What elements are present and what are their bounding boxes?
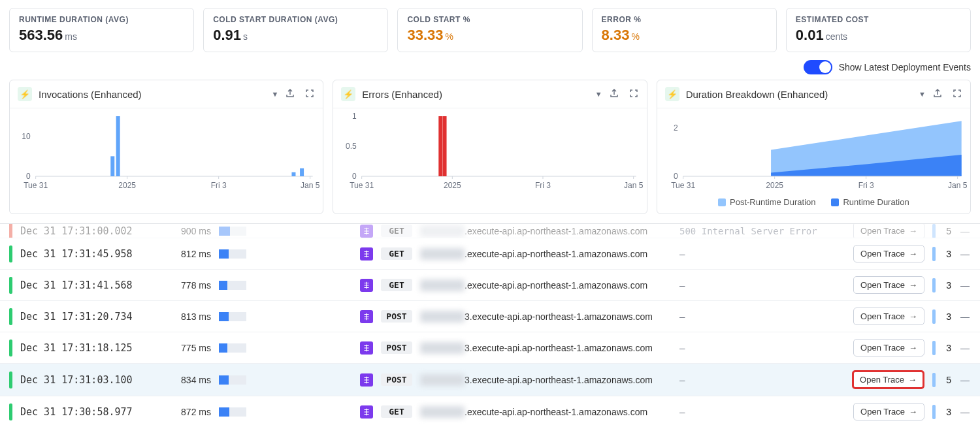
http-method: POST xyxy=(381,373,412,386)
endpoint-url: .execute-api.ap-northeast-1.amazonaws.co… xyxy=(420,225,672,237)
span-count: 3 xyxy=(943,343,951,353)
row-tail: — xyxy=(959,375,971,385)
http-method: POST xyxy=(381,310,412,323)
table-row[interactable]: Dec 31 17:31:18.125775 msPOST3.execute-a… xyxy=(0,332,980,364)
span-count: 3 xyxy=(943,280,951,291)
row-tail: — xyxy=(959,407,971,417)
chart-body[interactable]: 00.51Tue 312025Fri 3Jan 5 xyxy=(333,108,646,193)
duration-bar xyxy=(219,227,246,236)
svg-text:0: 0 xyxy=(352,172,357,181)
svg-text:2: 2 xyxy=(674,123,678,133)
arrow-right-icon: → xyxy=(909,343,917,353)
span-count: 5 xyxy=(943,226,951,236)
duration: 813 ms xyxy=(165,311,211,322)
status-text: — xyxy=(679,280,845,291)
status-text: — xyxy=(679,311,845,322)
status-indicator xyxy=(9,340,12,356)
bolt-icon: ⚡ xyxy=(665,87,679,101)
arrow-right-icon: → xyxy=(909,407,917,417)
svg-text:2025: 2025 xyxy=(118,181,136,190)
export-icon[interactable] xyxy=(932,88,943,101)
span-bar xyxy=(932,224,936,238)
open-trace-button[interactable]: Open Trace→ xyxy=(853,339,924,356)
metric-card[interactable]: ERROR %8.33% xyxy=(592,8,777,52)
chart-title[interactable]: Invocations (Enhanced) xyxy=(39,89,265,100)
service-icon xyxy=(360,341,373,355)
timestamp: Dec 31 17:31:45.958 xyxy=(20,248,157,260)
chart-title[interactable]: Duration Breakdown (Enhanced) xyxy=(686,89,912,100)
bolt-icon: ⚡ xyxy=(341,87,355,101)
svg-text:2025: 2025 xyxy=(766,181,783,190)
service-icon xyxy=(360,279,373,292)
legend-item[interactable]: Runtime Duration xyxy=(831,197,909,207)
table-row[interactable]: Dec 31 17:31:20.734813 msPOST3.execute-a… xyxy=(0,301,980,332)
fullscreen-icon[interactable] xyxy=(629,88,639,101)
deployment-toggle-label: Show Latest Deployment Events xyxy=(839,62,971,72)
metric-value: 0.01cents xyxy=(796,27,961,44)
duration-bar xyxy=(219,312,246,321)
status-indicator xyxy=(9,308,12,325)
table-row[interactable]: Dec 31 17:31:41.568778 msGET.execute-api… xyxy=(0,270,980,301)
open-trace-button[interactable]: Open Trace→ xyxy=(853,276,924,294)
svg-text:0: 0 xyxy=(674,172,678,181)
svg-rect-5 xyxy=(291,172,295,176)
open-trace-button[interactable]: Open Trace→ xyxy=(853,224,924,238)
legend-item[interactable]: Post-Runtime Duration xyxy=(718,197,816,207)
timestamp: Dec 31 17:31:18.125 xyxy=(20,342,157,354)
chart-panel: ⚡Duration Breakdown (Enhanced)▼02Tue 312… xyxy=(657,80,971,214)
svg-text:Fri 3: Fri 3 xyxy=(858,181,874,190)
chevron-down-icon[interactable]: ▼ xyxy=(919,90,926,98)
metric-card[interactable]: RUNTIME DURATION (AVG)563.56ms xyxy=(9,8,194,52)
status-text: — xyxy=(679,343,845,353)
duration: 778 ms xyxy=(165,280,211,291)
status-text: 500 Internal Server Error xyxy=(679,226,845,236)
endpoint-url: 3.execute-api.ap-northeast-1.amazonaws.c… xyxy=(420,374,672,386)
export-icon[interactable] xyxy=(609,88,619,101)
status-indicator xyxy=(9,245,12,262)
open-trace-button[interactable]: Open Trace→ xyxy=(853,308,924,325)
duration-bar xyxy=(219,249,246,259)
chart-header: ⚡Errors (Enhanced)▼ xyxy=(333,80,646,108)
endpoint-url: .execute-api.ap-northeast-1.amazonaws.co… xyxy=(420,406,672,418)
open-trace-button[interactable]: Open Trace→ xyxy=(853,245,924,262)
chart-panel: ⚡Errors (Enhanced)▼00.51Tue 312025Fri 3J… xyxy=(333,80,647,214)
chevron-down-icon[interactable]: ▼ xyxy=(271,90,278,98)
table-row[interactable]: Dec 31 17:31:45.958812 msGET.execute-api… xyxy=(0,238,980,270)
deployment-toggle[interactable] xyxy=(804,60,832,74)
span-count: 3 xyxy=(943,407,951,417)
http-method: POST xyxy=(381,341,412,354)
row-tail: — xyxy=(959,311,971,322)
metric-card[interactable]: COLD START DURATION (AVG)0.91s xyxy=(203,8,388,52)
table-row[interactable]: Dec 31 17:30:58.977872 msGET.execute-api… xyxy=(0,396,980,427)
table-row[interactable]: Dec 31 17:31:03.100834 msPOST3.execute-a… xyxy=(0,364,980,396)
chart-body[interactable]: 02Tue 312025Fri 3Jan 5 xyxy=(657,108,970,193)
chart-panel: ⚡Invocations (Enhanced)▼010Tue 312025Fri… xyxy=(9,80,323,214)
service-icon xyxy=(360,310,373,323)
open-trace-button[interactable]: Open Trace→ xyxy=(853,403,924,420)
duration: 834 ms xyxy=(165,375,211,385)
status-text: — xyxy=(679,375,844,385)
chart-title[interactable]: Errors (Enhanced) xyxy=(362,89,588,100)
chart-body[interactable]: 010Tue 312025Fri 3Jan 5 xyxy=(10,108,323,193)
duration-bar xyxy=(219,343,246,353)
svg-rect-3 xyxy=(110,156,114,176)
status-indicator xyxy=(9,224,12,238)
svg-rect-6 xyxy=(300,168,304,176)
svg-text:Fri 3: Fri 3 xyxy=(535,181,551,190)
chevron-down-icon[interactable]: ▼ xyxy=(595,90,602,98)
fullscreen-icon[interactable] xyxy=(304,88,315,101)
span-bar xyxy=(932,341,936,355)
metric-value: 8.33% xyxy=(602,27,767,44)
open-trace-button[interactable]: Open Trace→ xyxy=(852,370,924,389)
http-method: GET xyxy=(381,405,412,418)
status-text: — xyxy=(679,407,845,417)
fullscreen-icon[interactable] xyxy=(952,88,962,101)
span-bar xyxy=(932,278,936,293)
arrow-right-icon: → xyxy=(909,249,917,259)
metric-value: 0.91s xyxy=(213,27,378,44)
metric-card[interactable]: COLD START %33.33% xyxy=(397,8,582,52)
table-row[interactable]: Dec 31 17:31:00.002900 msGET.execute-api… xyxy=(0,224,980,238)
metric-card[interactable]: ESTIMATED COST0.01cents xyxy=(786,8,971,52)
timestamp: Dec 31 17:31:41.568 xyxy=(20,279,157,291)
export-icon[interactable] xyxy=(285,88,295,101)
